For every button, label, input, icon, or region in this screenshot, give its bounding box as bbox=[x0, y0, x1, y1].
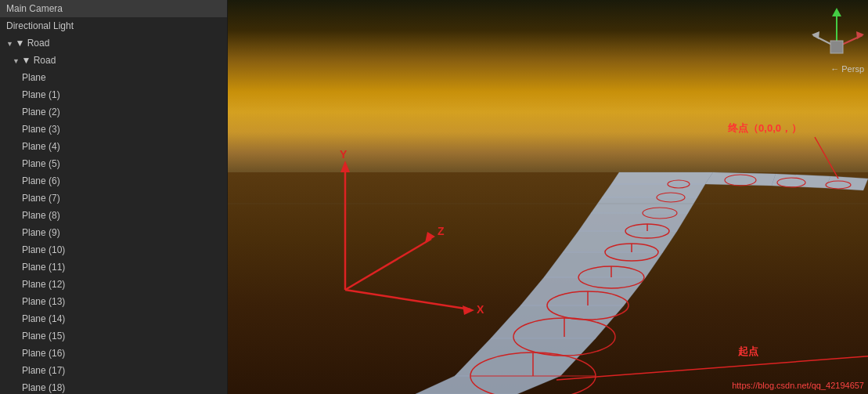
sidebar-item[interactable]: Plane (4) bbox=[0, 138, 227, 155]
svg-line-34 bbox=[345, 239, 431, 290]
sidebar-item[interactable]: Plane (6) bbox=[0, 172, 227, 190]
svg-text:Y: Y bbox=[340, 148, 348, 161]
svg-marker-37 bbox=[463, 305, 474, 315]
scene-gizmo[interactable] bbox=[809, 4, 864, 67]
svg-text:Z: Z bbox=[438, 225, 445, 237]
sidebar-item[interactable]: Plane (8) bbox=[0, 207, 227, 224]
svg-marker-45 bbox=[832, 8, 841, 16]
sidebar-item[interactable]: Plane (15) bbox=[0, 327, 227, 345]
svg-marker-1 bbox=[602, 184, 705, 197]
sidebar-item[interactable]: Plane (17) bbox=[0, 362, 227, 379]
startpoint-annotation: 起点 bbox=[738, 345, 758, 359]
svg-marker-5 bbox=[544, 252, 663, 277]
svg-rect-50 bbox=[830, 41, 843, 53]
sidebar-item[interactable]: Plane (18) bbox=[0, 379, 227, 394]
svg-marker-7 bbox=[491, 305, 624, 338]
sidebar-item[interactable]: Plane bbox=[0, 69, 227, 86]
sidebar-item[interactable]: Plane (2) bbox=[0, 103, 227, 121]
svg-line-36 bbox=[345, 290, 470, 309]
sidebar-item[interactable]: Plane (5) bbox=[0, 155, 227, 172]
sidebar-item[interactable]: ▼ Road bbox=[0, 52, 227, 69]
svg-marker-9 bbox=[416, 376, 560, 394]
scene-viewport: Y Z X 终点（0,0,0，） 起点 https://blog.csdn.ne… bbox=[228, 0, 868, 394]
svg-text:X: X bbox=[477, 303, 484, 316]
scene-svg: Y Z X bbox=[228, 0, 868, 394]
svg-marker-8 bbox=[455, 338, 596, 376]
sidebar-item[interactable]: ▼ Road bbox=[0, 34, 227, 52]
sidebar-item[interactable]: Plane (13) bbox=[0, 293, 227, 310]
sidebar-item[interactable]: Plane (16) bbox=[0, 345, 227, 362]
persp-label: ← Persp bbox=[830, 64, 864, 74]
svg-marker-49 bbox=[812, 31, 819, 39]
watermark-url: https://blog.csdn.net/qq_42194657 bbox=[732, 381, 864, 390]
sidebar-item[interactable]: Plane (14) bbox=[0, 310, 227, 327]
scene-hierarchy[interactable]: Main CameraDirectional Light▼ Road▼ Road… bbox=[0, 0, 228, 394]
svg-line-42 bbox=[556, 352, 868, 380]
sidebar-item[interactable]: Plane (12) bbox=[0, 276, 227, 293]
svg-marker-0 bbox=[611, 172, 713, 184]
svg-marker-33 bbox=[340, 161, 350, 172]
sidebar-item[interactable]: Directional Light bbox=[0, 17, 227, 34]
sidebar-item[interactable]: Plane (3) bbox=[0, 121, 227, 138]
sidebar-item[interactable]: Plane (11) bbox=[0, 258, 227, 276]
endpoint-annotation: 终点（0,0,0，） bbox=[728, 121, 801, 136]
sidebar-item[interactable]: Plane (7) bbox=[0, 190, 227, 207]
sidebar-item[interactable]: Plane (1) bbox=[0, 86, 227, 103]
sidebar-item[interactable]: Plane (10) bbox=[0, 241, 227, 258]
svg-marker-3 bbox=[578, 213, 688, 231]
svg-marker-4 bbox=[563, 231, 677, 252]
sidebar-item[interactable]: Main Camera bbox=[0, 0, 227, 17]
sidebar-item[interactable]: Plane (9) bbox=[0, 224, 227, 241]
svg-marker-47 bbox=[856, 31, 864, 39]
svg-marker-35 bbox=[425, 232, 435, 243]
svg-line-41 bbox=[815, 137, 838, 179]
